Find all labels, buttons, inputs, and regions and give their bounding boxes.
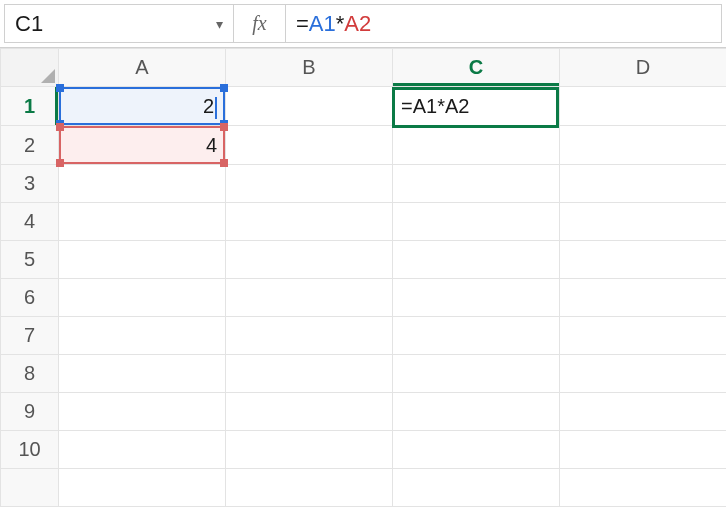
cell-C9[interactable] <box>393 393 560 431</box>
cell-B6[interactable] <box>226 279 393 317</box>
cell-D7[interactable] <box>560 317 727 355</box>
cell-A7[interactable] <box>59 317 226 355</box>
cell-C6[interactable] <box>393 279 560 317</box>
col-header-B[interactable]: B <box>226 49 393 87</box>
row-header-7[interactable]: 7 <box>1 317 59 355</box>
cell-A9[interactable] <box>59 393 226 431</box>
cell-C2[interactable] <box>393 126 560 165</box>
cell-A2-value: 4 <box>59 126 225 164</box>
name-box-value: C1 <box>15 11 210 37</box>
cell-B4[interactable] <box>226 203 393 241</box>
formula-prefix: = <box>296 11 309 37</box>
cell-A4[interactable] <box>59 203 226 241</box>
row-header-9[interactable]: 9 <box>1 393 59 431</box>
cell-C1[interactable]: =A1*A2 <box>393 87 560 126</box>
cell-B7[interactable] <box>226 317 393 355</box>
grid: A B C D 1 2 =A1*A2 2 4 <box>0 48 726 507</box>
cell-A5[interactable] <box>59 241 226 279</box>
cell-B8[interactable] <box>226 355 393 393</box>
cell-D4[interactable] <box>560 203 727 241</box>
row-header-10[interactable]: 10 <box>1 431 59 469</box>
cell-C1-value: =A1*A2 <box>393 87 559 125</box>
chevron-down-icon[interactable]: ▾ <box>216 16 223 32</box>
cell-B9[interactable] <box>226 393 393 431</box>
cell-C5[interactable] <box>393 241 560 279</box>
cell-B2[interactable] <box>226 126 393 165</box>
cell-B3[interactable] <box>226 165 393 203</box>
cell-B11[interactable] <box>226 469 393 507</box>
cell-B10[interactable] <box>226 431 393 469</box>
formula-ref1: A1 <box>309 11 336 37</box>
cell-D5[interactable] <box>560 241 727 279</box>
cell-C7[interactable] <box>393 317 560 355</box>
cell-D2[interactable] <box>560 126 727 165</box>
cell-B5[interactable] <box>226 241 393 279</box>
fx-button[interactable]: fx <box>234 4 286 43</box>
col-header-A[interactable]: A <box>59 49 226 87</box>
row-header-3[interactable]: 3 <box>1 165 59 203</box>
cell-A1-value: 2 <box>59 87 225 125</box>
cell-C10[interactable] <box>393 431 560 469</box>
col-header-D[interactable]: D <box>560 49 727 87</box>
cell-A10[interactable] <box>59 431 226 469</box>
cell-A2[interactable]: 4 <box>59 126 226 165</box>
cell-C11[interactable] <box>393 469 560 507</box>
cell-C4[interactable] <box>393 203 560 241</box>
cell-D1[interactable] <box>560 87 727 126</box>
cell-D3[interactable] <box>560 165 727 203</box>
row-header-2[interactable]: 2 <box>1 126 59 165</box>
formula-input[interactable]: =A1*A2 <box>286 4 722 43</box>
select-all-corner[interactable] <box>1 49 59 87</box>
text-cursor-icon <box>215 97 217 119</box>
cell-D8[interactable] <box>560 355 727 393</box>
cell-D10[interactable] <box>560 431 727 469</box>
formula-op: * <box>336 11 345 37</box>
name-box[interactable]: C1 ▾ <box>4 4 234 43</box>
cell-D11[interactable] <box>560 469 727 507</box>
col-header-C[interactable]: C <box>393 49 560 87</box>
row-header-5[interactable]: 5 <box>1 241 59 279</box>
row-header-8[interactable]: 8 <box>1 355 59 393</box>
cell-D6[interactable] <box>560 279 727 317</box>
fx-label: fx <box>252 12 266 35</box>
row-header-4[interactable]: 4 <box>1 203 59 241</box>
cell-A6[interactable] <box>59 279 226 317</box>
cell-A1[interactable]: 2 <box>59 87 226 126</box>
row-header-11[interactable] <box>1 469 59 507</box>
cell-A11[interactable] <box>59 469 226 507</box>
cell-C3[interactable] <box>393 165 560 203</box>
worksheet: A B C D 1 2 =A1*A2 2 4 <box>0 48 726 510</box>
formula-bar: C1 ▾ fx =A1*A2 <box>0 0 726 48</box>
row-header-6[interactable]: 6 <box>1 279 59 317</box>
cell-B1[interactable] <box>226 87 393 126</box>
cell-A8[interactable] <box>59 355 226 393</box>
formula-ref2: A2 <box>344 11 371 37</box>
row-header-1[interactable]: 1 <box>1 87 59 126</box>
cell-D9[interactable] <box>560 393 727 431</box>
cell-A3[interactable] <box>59 165 226 203</box>
cell-C8[interactable] <box>393 355 560 393</box>
